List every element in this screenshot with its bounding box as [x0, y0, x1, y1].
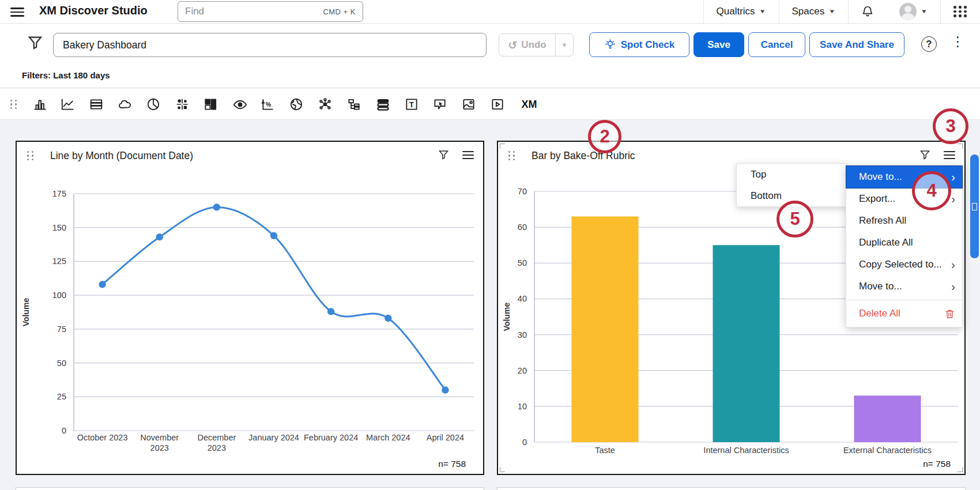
- chevron-down-icon: ▼: [921, 8, 928, 14]
- submenu-arrow-icon: ›: [951, 171, 955, 183]
- cancel-button[interactable]: Cancel: [748, 32, 805, 57]
- table-widget-icon[interactable]: [87, 95, 105, 114]
- spot-check-button[interactable]: Spot Check: [589, 32, 689, 57]
- submenu-arrow-icon: ›: [951, 259, 955, 270]
- svg-text:50: 50: [57, 359, 66, 368]
- qualtrics-menu[interactable]: Qualtrics▼: [704, 0, 779, 23]
- svg-text:April 2024: April 2024: [427, 433, 464, 442]
- annotation-circle-2: 2: [588, 120, 621, 153]
- chevron-down-icon: ▼: [828, 8, 835, 14]
- find-shortcut: CMD + K: [323, 7, 356, 16]
- topbar-right-group: Qualtrics▼ Spaces▼ ▼: [703, 0, 980, 23]
- metric-percent-widget-icon[interactable]: %: [258, 95, 277, 114]
- bar-chart-widget-icon[interactable]: [31, 95, 49, 114]
- svg-text:Taste: Taste: [595, 446, 615, 455]
- network-widget-icon[interactable]: [316, 95, 334, 114]
- dashboard-name-input[interactable]: Bakery Dashboard: [53, 33, 487, 57]
- svg-text:60: 60: [518, 223, 527, 232]
- svg-text:November2023: November2023: [140, 433, 179, 453]
- svg-text:February 2024: February 2024: [304, 433, 358, 442]
- svg-text:70: 70: [518, 187, 527, 196]
- lightbulb-icon: [604, 39, 616, 51]
- xm-discover-studio-app: XM Discover Studio Find CMD + K Qualtric…: [0, 0, 980, 490]
- svg-text:0: 0: [522, 438, 527, 447]
- chevron-down-icon: ▼: [759, 8, 766, 14]
- svg-text:25: 25: [57, 392, 66, 401]
- label-tool-widget-icon[interactable]: [431, 95, 449, 114]
- undo-history-caret[interactable]: ▼: [555, 34, 573, 56]
- vertical-scrollbar-thumb[interactable]: [970, 154, 979, 258]
- svg-text:October 2023: October 2023: [77, 433, 128, 442]
- world-map-widget-icon[interactable]: [287, 95, 306, 114]
- svg-text:December2023: December2023: [197, 433, 236, 453]
- help-button[interactable]: ?: [921, 36, 937, 52]
- find-search-box[interactable]: Find CMD + K: [178, 1, 363, 22]
- menu-item-copy-selected-to[interactable]: Copy Selected to...›: [846, 254, 962, 276]
- scatter-plot-widget-icon[interactable]: [173, 95, 191, 114]
- menu-item-duplicate-all[interactable]: Duplicate All: [846, 232, 962, 254]
- svg-text:125: 125: [52, 257, 66, 266]
- more-options-kebab-icon[interactable]: ⋮: [951, 34, 964, 50]
- next-row-widget: [16, 487, 484, 490]
- spaces-menu[interactable]: Spaces▼: [779, 0, 849, 23]
- menu-item-move-to[interactable]: Move to...›: [846, 276, 962, 297]
- svg-text:175: 175: [52, 189, 66, 198]
- app-switcher-icon[interactable]: [941, 0, 980, 23]
- video-widget-icon[interactable]: [488, 95, 507, 114]
- text-box-widget-icon[interactable]: T: [402, 95, 421, 114]
- svg-text:Volume: Volume: [502, 303, 511, 331]
- save-and-share-button[interactable]: Save And Share: [809, 32, 904, 57]
- xm-widget-icon[interactable]: XM: [517, 95, 542, 114]
- stacked-rows-widget-icon[interactable]: [374, 95, 392, 114]
- sample-size-label: n= 758: [438, 459, 466, 469]
- notifications-bell-icon[interactable]: [849, 0, 887, 23]
- svg-text:40: 40: [518, 294, 527, 303]
- svg-text:March 2024: March 2024: [366, 433, 410, 442]
- hierarchy-widget-icon[interactable]: [345, 95, 363, 114]
- svg-text:%: %: [266, 101, 272, 108]
- svg-text:T: T: [409, 100, 414, 109]
- submenu-arrow-icon: ›: [951, 281, 955, 292]
- app-title: XM Discover Studio: [39, 4, 148, 17]
- svg-text:75: 75: [57, 325, 66, 334]
- annotation-circle-3: 3: [933, 108, 968, 144]
- line-chart-widget-icon[interactable]: [58, 95, 77, 114]
- svg-text:150: 150: [52, 223, 66, 232]
- svg-text:20: 20: [518, 366, 527, 375]
- filters-summary: Filters: Last 180 days: [22, 70, 110, 80]
- svg-text:10: 10: [518, 402, 527, 411]
- menu-item-refresh-all[interactable]: Refresh All: [846, 210, 962, 232]
- pie-chart-widget-icon[interactable]: [144, 95, 163, 114]
- filter-funnel-icon[interactable]: [27, 34, 44, 51]
- top-bar: XM Discover Studio Find CMD + K Qualtric…: [0, 0, 980, 24]
- account-menu[interactable]: ▼: [887, 0, 940, 23]
- svg-text:50: 50: [518, 258, 527, 267]
- find-placeholder: Find: [185, 6, 323, 17]
- preview-eye-widget-icon[interactable]: [231, 95, 249, 114]
- submenu-item-top[interactable]: Top: [737, 164, 846, 185]
- image-widget-icon[interactable]: [459, 95, 478, 114]
- line-chart-widget[interactable]: Line by Month (Document Date) 0255075100…: [16, 141, 484, 475]
- line-chart: 0255075100125150175VolumeOctober 2023Nov…: [17, 142, 483, 474]
- menu-item-delete-all[interactable]: Delete All: [846, 303, 962, 325]
- avatar: [899, 3, 917, 20]
- undo-button[interactable]: ↺Undo: [499, 34, 555, 56]
- svg-text:January 2024: January 2024: [248, 433, 299, 442]
- svg-text:30: 30: [518, 330, 527, 340]
- main-menu-icon[interactable]: [10, 5, 24, 18]
- trash-icon: [944, 308, 955, 319]
- save-button[interactable]: Save: [693, 32, 744, 57]
- submenu-arrow-icon: ›: [951, 193, 955, 205]
- svg-text:Volume: Volume: [21, 298, 31, 327]
- scrollbar-grip: [972, 203, 977, 210]
- svg-text:External Characteristics: External Characteristics: [843, 446, 932, 455]
- annotation-circle-5: 5: [777, 201, 813, 238]
- sample-size-label: n= 758: [923, 459, 951, 469]
- undo-split-button[interactable]: ↺Undo ▼: [499, 33, 574, 56]
- word-cloud-widget-icon[interactable]: [116, 95, 134, 114]
- drag-handle-icon[interactable]: [5, 95, 23, 114]
- dashboard-action-bar: Bakery Dashboard ↺Undo ▼ Spot Check Save…: [0, 24, 980, 64]
- svg-text:Internal Characteristics: Internal Characteristics: [703, 446, 789, 455]
- svg-text:100: 100: [52, 291, 66, 300]
- treemap-widget-icon[interactable]: [201, 95, 220, 114]
